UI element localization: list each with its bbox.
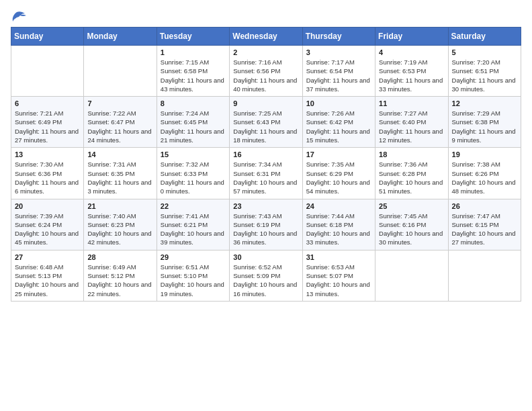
calendar-cell: 31Sunrise: 6:53 AMSunset: 5:07 PMDayligh… <box>302 250 375 301</box>
day-detail: Sunrise: 7:19 AMSunset: 6:53 PMDaylight:… <box>379 58 444 93</box>
calendar-cell: 27Sunrise: 6:48 AMSunset: 5:13 PMDayligh… <box>11 250 84 301</box>
day-detail: Sunrise: 7:32 AMSunset: 6:33 PMDaylight:… <box>161 160 226 195</box>
day-number: 8 <box>161 99 226 107</box>
logo <box>11 11 26 21</box>
calendar-cell: 2Sunrise: 7:16 AMSunset: 6:56 PMDaylight… <box>230 46 302 97</box>
calendar-cell: 4Sunrise: 7:19 AMSunset: 6:53 PMDaylight… <box>375 46 448 97</box>
day-number: 22 <box>161 202 226 210</box>
calendar-cell: 6Sunrise: 7:21 AMSunset: 6:49 PMDaylight… <box>11 97 84 148</box>
day-detail: Sunrise: 7:25 AMSunset: 6:43 PMDaylight:… <box>233 109 298 144</box>
day-detail: Sunrise: 7:47 AMSunset: 6:15 PMDaylight:… <box>452 212 517 247</box>
day-detail: Sunrise: 7:34 AMSunset: 6:31 PMDaylight:… <box>233 160 298 195</box>
calendar-cell: 13Sunrise: 7:30 AMSunset: 6:36 PMDayligh… <box>11 148 84 199</box>
day-number: 2 <box>233 48 298 56</box>
column-header-friday: Friday <box>375 28 448 46</box>
column-header-monday: Monday <box>84 28 157 46</box>
day-detail: Sunrise: 7:39 AMSunset: 6:24 PMDaylight:… <box>15 212 80 247</box>
day-detail: Sunrise: 6:49 AMSunset: 5:12 PMDaylight:… <box>87 263 152 298</box>
day-detail: Sunrise: 7:44 AMSunset: 6:18 PMDaylight:… <box>306 212 371 247</box>
day-number: 25 <box>379 202 444 210</box>
day-number: 17 <box>306 150 371 158</box>
day-detail: Sunrise: 7:45 AMSunset: 6:16 PMDaylight:… <box>379 212 444 247</box>
calendar-cell <box>84 46 157 97</box>
calendar-week-row: 6Sunrise: 7:21 AMSunset: 6:49 PMDaylight… <box>11 97 521 148</box>
day-detail: Sunrise: 7:41 AMSunset: 6:21 PMDaylight:… <box>161 212 226 247</box>
page-header <box>11 11 521 21</box>
calendar-cell: 3Sunrise: 7:17 AMSunset: 6:54 PMDaylight… <box>302 46 375 97</box>
column-header-tuesday: Tuesday <box>157 28 229 46</box>
calendar-cell <box>448 250 521 301</box>
day-detail: Sunrise: 7:26 AMSunset: 6:42 PMDaylight:… <box>306 109 371 144</box>
calendar-week-row: 1Sunrise: 7:15 AMSunset: 6:58 PMDaylight… <box>11 46 521 97</box>
day-detail: Sunrise: 6:48 AMSunset: 5:13 PMDaylight:… <box>15 263 80 298</box>
day-detail: Sunrise: 7:40 AMSunset: 6:23 PMDaylight:… <box>87 212 152 247</box>
calendar-cell: 1Sunrise: 7:15 AMSunset: 6:58 PMDaylight… <box>157 46 229 97</box>
day-detail: Sunrise: 7:35 AMSunset: 6:29 PMDaylight:… <box>306 160 371 195</box>
calendar-cell: 11Sunrise: 7:27 AMSunset: 6:40 PMDayligh… <box>375 97 448 148</box>
calendar-cell: 20Sunrise: 7:39 AMSunset: 6:24 PMDayligh… <box>11 199 84 250</box>
day-detail: Sunrise: 6:51 AMSunset: 5:10 PMDaylight:… <box>161 263 226 298</box>
day-number: 19 <box>452 150 517 158</box>
column-header-wednesday: Wednesday <box>230 28 302 46</box>
day-number: 16 <box>233 150 298 158</box>
calendar-cell <box>375 250 448 301</box>
day-number: 14 <box>87 150 152 158</box>
calendar-cell: 22Sunrise: 7:41 AMSunset: 6:21 PMDayligh… <box>157 199 229 250</box>
calendar-cell: 16Sunrise: 7:34 AMSunset: 6:31 PMDayligh… <box>230 148 302 199</box>
calendar-week-row: 13Sunrise: 7:30 AMSunset: 6:36 PMDayligh… <box>11 148 521 199</box>
calendar-cell: 28Sunrise: 6:49 AMSunset: 5:12 PMDayligh… <box>84 250 157 301</box>
day-number: 10 <box>306 99 371 107</box>
day-number: 13 <box>15 150 80 158</box>
day-number: 6 <box>15 99 80 107</box>
calendar-cell: 10Sunrise: 7:26 AMSunset: 6:42 PMDayligh… <box>302 97 375 148</box>
calendar-cell: 15Sunrise: 7:32 AMSunset: 6:33 PMDayligh… <box>157 148 229 199</box>
calendar-table: SundayMondayTuesdayWednesdayThursdayFrid… <box>11 27 521 302</box>
day-detail: Sunrise: 7:30 AMSunset: 6:36 PMDaylight:… <box>15 160 80 195</box>
day-number: 7 <box>87 99 152 107</box>
day-number: 29 <box>161 253 226 261</box>
day-detail: Sunrise: 7:15 AMSunset: 6:58 PMDaylight:… <box>161 58 226 93</box>
calendar-cell: 17Sunrise: 7:35 AMSunset: 6:29 PMDayligh… <box>302 148 375 199</box>
day-number: 1 <box>161 48 226 56</box>
day-detail: Sunrise: 7:36 AMSunset: 6:28 PMDaylight:… <box>379 160 444 195</box>
day-detail: Sunrise: 7:22 AMSunset: 6:47 PMDaylight:… <box>87 109 152 144</box>
day-number: 11 <box>379 99 444 107</box>
calendar-cell: 25Sunrise: 7:45 AMSunset: 6:16 PMDayligh… <box>375 199 448 250</box>
day-number: 9 <box>233 99 298 107</box>
day-number: 15 <box>161 150 226 158</box>
column-header-saturday: Saturday <box>448 28 521 46</box>
calendar-cell: 21Sunrise: 7:40 AMSunset: 6:23 PMDayligh… <box>84 199 157 250</box>
day-number: 23 <box>233 202 298 210</box>
day-detail: Sunrise: 7:24 AMSunset: 6:45 PMDaylight:… <box>161 109 226 144</box>
calendar-cell: 23Sunrise: 7:43 AMSunset: 6:19 PMDayligh… <box>230 199 302 250</box>
day-number: 20 <box>15 202 80 210</box>
calendar-cell: 19Sunrise: 7:38 AMSunset: 6:26 PMDayligh… <box>448 148 521 199</box>
day-detail: Sunrise: 7:17 AMSunset: 6:54 PMDaylight:… <box>306 58 371 93</box>
day-number: 21 <box>87 202 152 210</box>
day-number: 3 <box>306 48 371 56</box>
calendar-week-row: 20Sunrise: 7:39 AMSunset: 6:24 PMDayligh… <box>11 199 521 250</box>
column-header-thursday: Thursday <box>302 28 375 46</box>
calendar-cell: 24Sunrise: 7:44 AMSunset: 6:18 PMDayligh… <box>302 199 375 250</box>
day-detail: Sunrise: 7:27 AMSunset: 6:40 PMDaylight:… <box>379 109 444 144</box>
day-detail: Sunrise: 7:16 AMSunset: 6:56 PMDaylight:… <box>233 58 298 93</box>
day-detail: Sunrise: 7:31 AMSunset: 6:35 PMDaylight:… <box>87 160 152 195</box>
column-header-sunday: Sunday <box>11 28 84 46</box>
calendar-cell: 8Sunrise: 7:24 AMSunset: 6:45 PMDaylight… <box>157 97 229 148</box>
day-number: 24 <box>306 202 371 210</box>
day-detail: Sunrise: 7:20 AMSunset: 6:51 PMDaylight:… <box>452 58 517 93</box>
calendar-cell: 30Sunrise: 6:52 AMSunset: 5:09 PMDayligh… <box>230 250 302 301</box>
calendar-cell: 14Sunrise: 7:31 AMSunset: 6:35 PMDayligh… <box>84 148 157 199</box>
day-detail: Sunrise: 7:43 AMSunset: 6:19 PMDaylight:… <box>233 212 298 247</box>
day-number: 30 <box>233 253 298 261</box>
calendar-cell: 9Sunrise: 7:25 AMSunset: 6:43 PMDaylight… <box>230 97 302 148</box>
day-detail: Sunrise: 7:38 AMSunset: 6:26 PMDaylight:… <box>452 160 517 195</box>
day-number: 27 <box>15 253 80 261</box>
calendar-cell: 18Sunrise: 7:36 AMSunset: 6:28 PMDayligh… <box>375 148 448 199</box>
day-detail: Sunrise: 6:53 AMSunset: 5:07 PMDaylight:… <box>306 263 371 298</box>
calendar-cell: 12Sunrise: 7:29 AMSunset: 6:38 PMDayligh… <box>448 97 521 148</box>
calendar-cell <box>11 46 84 97</box>
logo-bird-icon <box>11 11 26 23</box>
calendar-cell: 26Sunrise: 7:47 AMSunset: 6:15 PMDayligh… <box>448 199 521 250</box>
day-number: 18 <box>379 150 444 158</box>
